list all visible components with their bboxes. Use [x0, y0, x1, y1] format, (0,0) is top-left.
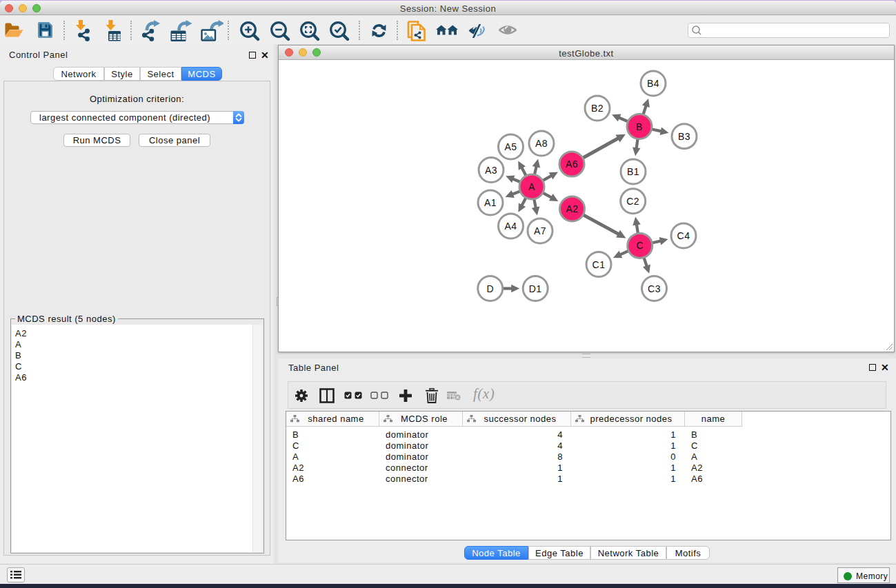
- svg-text:D: D: [486, 283, 494, 294]
- svg-text:A4: A4: [504, 221, 517, 232]
- svg-text:A7: A7: [534, 225, 546, 236]
- svg-text:C4: C4: [677, 230, 690, 241]
- svg-text:A6: A6: [566, 159, 578, 170]
- svg-text:A8: A8: [535, 138, 548, 149]
- svg-text:A2: A2: [566, 203, 578, 214]
- svg-text:A: A: [528, 181, 535, 192]
- svg-text:C: C: [636, 240, 644, 251]
- svg-text:B2: B2: [591, 103, 604, 114]
- svg-text:C2: C2: [626, 196, 639, 207]
- svg-text:B: B: [636, 121, 643, 132]
- svg-text:C1: C1: [593, 259, 606, 270]
- svg-text:A5: A5: [504, 141, 517, 152]
- svg-text:A1: A1: [484, 197, 497, 208]
- svg-text:A3: A3: [485, 165, 497, 176]
- svg-text:C3: C3: [648, 283, 661, 294]
- svg-text:B4: B4: [647, 78, 659, 89]
- svg-text:D1: D1: [529, 283, 542, 294]
- svg-text:B3: B3: [678, 131, 690, 142]
- svg-text:B1: B1: [627, 166, 639, 177]
